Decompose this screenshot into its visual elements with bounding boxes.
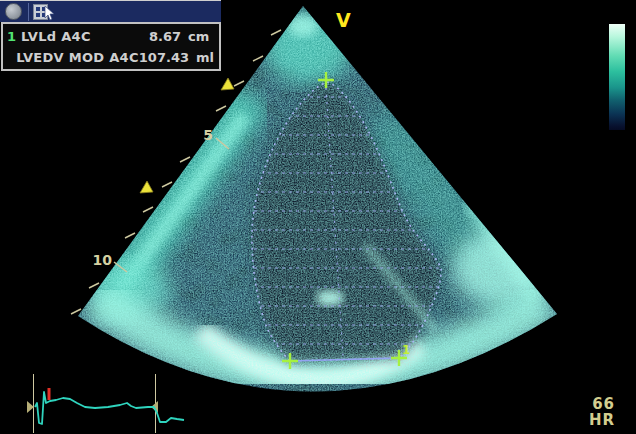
depth-label-10: 10 [93,252,113,268]
toolbar-divider [28,3,29,21]
measurement-unit: cm [188,29,214,44]
measurement-value: 107.43 [139,50,189,65]
top-toolbar [0,0,221,22]
ecg-strip [27,374,184,433]
echo-machine-screen: 5 10 V 1 [0,0,636,434]
ecg-left-cursor-triangle-icon[interactable] [27,401,34,413]
measurement-label: LVEDV MOD A4C [16,50,139,65]
measurement-label: LVLd A4C [21,29,91,44]
orientation-marker: V [336,9,351,31]
heart-rate-value: 66 [560,396,615,412]
measurement-value: 8.67 [91,29,181,44]
focus-marker-icon[interactable] [221,78,234,90]
depth-label-5: 5 [203,127,213,143]
ecg-waveform [35,392,184,424]
measurement-index: 1 [7,29,21,44]
circle-indicator-icon[interactable] [5,3,22,20]
heart-rate-readout: 66 HR [560,396,615,428]
focus-marker-icon[interactable] [140,181,153,193]
grayscale-colorbar [609,24,625,130]
heart-rate-label: HR [560,412,615,428]
measurement-unit: ml [196,50,214,65]
measurement-results-panel: 1 LVLd A4C 8.67 cm LVEDV MOD A4C 107.43 … [1,22,221,71]
measurement-row: 1 LVLd A4C 8.67 cm [7,26,214,47]
measurement-row: LVEDV MOD A4C 107.43 ml [7,47,214,68]
caliper-point-label: 1 [402,343,410,357]
pointer-arrow-icon [43,6,55,21]
